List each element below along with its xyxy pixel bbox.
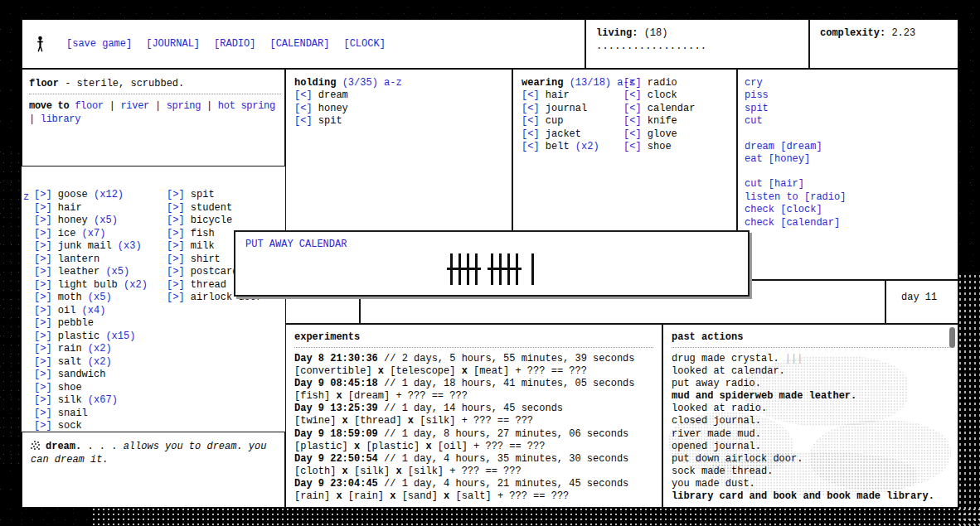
pick-up-icon[interactable]: [>]: [167, 202, 185, 214]
wearing-item-shoe[interactable]: [<] shoe: [623, 141, 695, 153]
pick-up-icon[interactable]: [>]: [34, 292, 52, 303]
move-to-river[interactable]: river: [120, 100, 149, 112]
move-to-library[interactable]: library: [41, 113, 80, 125]
pick-up-icon[interactable]: [>]: [34, 215, 52, 226]
floor-item-lantern[interactable]: [>] lantern: [34, 253, 148, 267]
menu-clock-button[interactable]: [CLOCK]: [343, 38, 385, 50]
floor-item-rain[interactable]: [>] rain (x2): [34, 343, 148, 356]
put-down-icon[interactable]: [<]: [623, 89, 642, 101]
action-piss[interactable]: piss: [745, 89, 951, 102]
action-cry[interactable]: cry: [745, 77, 951, 89]
floor-item-goose[interactable]: [>] goose (x12): [34, 189, 148, 202]
pick-up-icon[interactable]: [>]: [167, 279, 185, 291]
action-cut[interactable]: cut: [745, 115, 951, 128]
action-eat-honey[interactable]: eat [honey]: [745, 153, 951, 166]
put-down-icon[interactable]: [<]: [294, 89, 313, 101]
floor-item-shoe[interactable]: [>] shoe: [34, 382, 148, 395]
wearing-item-clock[interactable]: [<] clock: [623, 89, 695, 102]
put-down-icon[interactable]: [<]: [522, 141, 540, 152]
pick-up-icon[interactable]: [>]: [34, 279, 52, 291]
floor-item-moth[interactable]: [>] moth (x5): [34, 292, 148, 305]
action-spit[interactable]: spit: [745, 103, 951, 115]
menu-calendar-button[interactable]: [CALENDAR]: [269, 38, 329, 50]
floor-item-bicycle[interactable]: [>] bicycle: [167, 215, 262, 228]
menu-save-game-button[interactable]: [save game]: [66, 38, 132, 50]
pick-up-icon[interactable]: [>]: [34, 240, 52, 252]
holding-item-dream[interactable]: [<] dream: [294, 89, 503, 102]
floor-item-junk-mail[interactable]: [>] junk mail (x3): [34, 240, 148, 253]
put-away-calendar-button[interactable]: PUT AWAY CALENDAR: [245, 239, 347, 250]
floor-item-spit[interactable]: [>] spit: [167, 189, 262, 202]
pick-up-icon[interactable]: [>]: [34, 356, 52, 368]
put-down-icon[interactable]: [<]: [522, 115, 540, 127]
action-check-clock[interactable]: check [clock]: [745, 204, 951, 216]
floor-item-sandwich[interactable]: [>] sandwich: [34, 369, 148, 382]
pick-up-icon[interactable]: [>]: [167, 215, 185, 226]
floor-item-silk[interactable]: [>] silk (x67): [34, 394, 148, 408]
menu-radio-button[interactable]: [RADIO]: [214, 38, 255, 50]
floor-item-honey[interactable]: [>] honey (x5): [34, 215, 148, 228]
put-down-icon[interactable]: [<]: [623, 115, 642, 127]
put-down-icon[interactable]: [<]: [294, 103, 313, 114]
action-check-calendar[interactable]: check [calendar]: [745, 217, 951, 229]
experiment-timestamp: Day 9 22:50:54 // 1 day, 4 hours, 35 min…: [294, 453, 653, 466]
pick-up-icon[interactable]: [>]: [167, 189, 185, 200]
pick-up-icon[interactable]: [>]: [34, 382, 52, 393]
action-cut-hair[interactable]: cut [hair]: [745, 178, 951, 191]
pick-up-icon[interactable]: [>]: [167, 253, 185, 265]
put-down-icon[interactable]: [<]: [623, 77, 642, 89]
scrollbar-thumb[interactable]: [949, 327, 955, 348]
action-listen-to-radio[interactable]: listen to [radio]: [745, 191, 951, 204]
action-dream-dream[interactable]: dream [dream]: [745, 141, 951, 153]
pick-up-icon[interactable]: [>]: [34, 408, 52, 419]
move-to-floor[interactable]: floor: [75, 100, 104, 112]
pick-up-icon[interactable]: [>]: [167, 292, 185, 303]
pick-up-icon[interactable]: [>]: [34, 202, 52, 214]
past-actions-panel: past actions drug made crystal. |||looke…: [662, 324, 958, 508]
pick-up-icon[interactable]: [>]: [34, 394, 52, 406]
pick-up-icon[interactable]: [>]: [34, 343, 52, 355]
put-down-icon[interactable]: [<]: [294, 115, 313, 127]
pick-up-icon[interactable]: [>]: [34, 228, 52, 239]
floor-item-hair[interactable]: [>] hair: [34, 202, 148, 215]
pick-up-icon[interactable]: [>]: [34, 317, 52, 329]
pick-up-icon[interactable]: [>]: [167, 240, 185, 252]
pick-up-icon[interactable]: [>]: [34, 305, 52, 316]
holding-item-spit[interactable]: [<] spit: [294, 115, 503, 128]
pick-up-icon[interactable]: [>]: [34, 189, 52, 200]
floor-item-sock[interactable]: [>] sock: [34, 420, 148, 432]
holding-item-honey[interactable]: [<] honey: [294, 103, 503, 115]
put-down-icon[interactable]: [<]: [522, 89, 540, 101]
holding-sort-az[interactable]: a-z: [384, 77, 402, 89]
pick-up-icon[interactable]: [>]: [34, 331, 52, 342]
floor-item-oil[interactable]: [>] oil (x4): [34, 305, 148, 318]
wearing-item-calendar[interactable]: [<] calendar: [623, 103, 695, 115]
pick-up-icon[interactable]: [>]: [34, 253, 52, 265]
move-to-spring[interactable]: spring: [167, 100, 201, 112]
pick-up-icon[interactable]: [>]: [34, 420, 52, 432]
floor-item-snail[interactable]: [>] snail: [34, 408, 148, 421]
put-down-icon[interactable]: [<]: [522, 103, 540, 114]
pick-up-icon[interactable]: [>]: [167, 266, 185, 277]
menu-journal-button[interactable]: [JOURNAL]: [146, 38, 200, 50]
floor-item-pebble[interactable]: [>] pebble: [34, 317, 148, 331]
experiment-formula: [cloth] x [silk] x [silk] + ??? == ???: [294, 466, 653, 478]
floor-item-student[interactable]: [>] student: [167, 202, 262, 215]
pick-up-icon[interactable]: [>]: [167, 228, 185, 239]
pick-up-icon[interactable]: [>]: [34, 266, 52, 277]
floor-item-light-bulb[interactable]: [>] light bulb (x2): [34, 279, 148, 292]
floor-item-plastic[interactable]: [>] plastic (x15): [34, 331, 148, 344]
sort-az-partial[interactable]: z: [23, 191, 29, 203]
put-down-icon[interactable]: [<]: [623, 103, 642, 114]
floor-item-leather[interactable]: [>] leather (x5): [34, 266, 148, 279]
pick-up-icon[interactable]: [>]: [34, 369, 52, 380]
put-down-icon[interactable]: [<]: [522, 128, 540, 140]
wearing-item-radio[interactable]: [<] radio: [623, 77, 695, 89]
move-to-hot-spring[interactable]: hot spring: [218, 100, 275, 112]
put-down-icon[interactable]: [<]: [623, 141, 642, 152]
floor-item-salt[interactable]: [>] salt (x2): [34, 356, 148, 369]
put-down-icon[interactable]: [<]: [623, 128, 642, 140]
floor-item-ice[interactable]: [>] ice (x7): [34, 228, 148, 241]
wearing-item-knife[interactable]: [<] knife: [623, 115, 695, 128]
wearing-item-glove[interactable]: [<] glove: [623, 128, 695, 141]
